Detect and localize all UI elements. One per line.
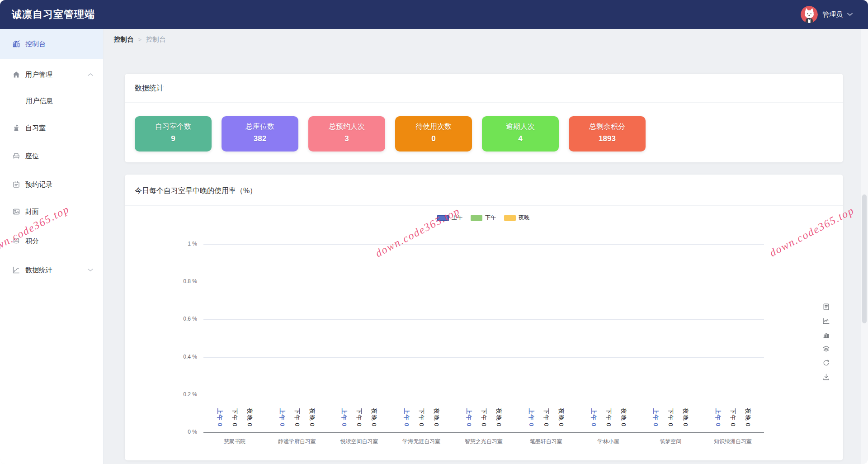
sidebar-item-label: 自习室 <box>25 124 46 133</box>
sidebar-item-user-info[interactable]: 用户信息 <box>0 93 103 109</box>
sidebar-item-study-room[interactable]: 自习室 <box>0 120 103 136</box>
user-menu[interactable]: 管理员 <box>801 0 853 29</box>
gridline <box>203 357 764 358</box>
sidebar-item-label: 座位 <box>25 152 39 161</box>
legend-label: 夜晚 <box>519 214 529 222</box>
coins-icon <box>12 237 20 245</box>
seat-icon <box>12 152 20 160</box>
bar-value-label: 夜晚 0 <box>619 408 627 427</box>
bar-value-label: 夜晚 0 <box>681 408 689 427</box>
legend-item-上午[interactable]: 上午 <box>437 214 462 222</box>
restore-icon[interactable] <box>822 359 830 367</box>
sidebar-item-label: 封面 <box>25 208 39 216</box>
stat-card-seats: 总座位数 382 <box>222 116 298 152</box>
line-chart-icon[interactable] <box>822 317 830 325</box>
stat-label: 总预约人次 <box>308 122 385 132</box>
sidebar-item-reservations[interactable]: 预约记录 <box>0 177 103 192</box>
line-chart-icon <box>12 266 20 274</box>
home-icon <box>12 71 20 79</box>
stat-card-rooms: 自习室个数 9 <box>135 116 212 152</box>
stat-value: 4 <box>482 134 559 143</box>
bar-value-label: 下午 0 <box>729 408 737 427</box>
bar-value-label: 夜晚 0 <box>245 408 254 427</box>
sidebar-item-label: 用户信息 <box>26 97 53 105</box>
x-category-label: 学海无涯自习室 <box>385 438 458 445</box>
sidebar-item-points[interactable]: 积分 <box>0 233 103 249</box>
sidebar-item-label: 积分 <box>25 237 39 246</box>
dashboard-chart-icon <box>12 40 20 48</box>
stat-value: 9 <box>135 134 212 143</box>
breadcrumb-root[interactable]: 控制台 <box>114 35 134 44</box>
gridline <box>203 282 764 282</box>
y-axis-tick-label: 0.2 % <box>171 391 197 398</box>
chevron-down-icon <box>847 13 853 16</box>
user-name: 管理员 <box>822 10 843 19</box>
stat-label: 总剩余积分 <box>569 122 646 132</box>
sidebar-item-statistics[interactable]: 数据统计 <box>0 262 103 278</box>
image-icon <box>12 208 20 216</box>
sidebar: 控制台 用户管理 用户信息 自习室 <box>0 29 104 464</box>
x-axis-line <box>203 432 764 433</box>
stat-label: 待使用次数 <box>395 122 472 132</box>
stat-value: 1893 <box>569 134 646 143</box>
x-category-label: 学林小屋 <box>572 438 645 445</box>
bar-value-label: 上午 0 <box>590 408 598 427</box>
legend-swatch <box>504 215 516 221</box>
x-category-label: 静谧学府自习室 <box>261 438 333 445</box>
bar-value-label: 上午 0 <box>465 408 473 427</box>
top-header: 诚凛自习室管理端 <box>0 0 868 29</box>
stat-label: 自习室个数 <box>135 122 212 132</box>
usage-bar-chart: 上午下午夜晚 1 <box>125 175 843 460</box>
download-icon[interactable] <box>822 373 830 381</box>
stat-card-pending: 待使用次数 0 <box>395 116 472 152</box>
breadcrumb-separator: > <box>138 36 142 43</box>
bar-value-label: 下午 0 <box>666 408 675 427</box>
bar-value-label: 上午 0 <box>278 408 286 427</box>
app-window: 诚凛自习室管理端 <box>0 0 868 464</box>
bar-chart-icon[interactable] <box>822 331 830 339</box>
x-category-label: 筑梦空间 <box>634 438 707 445</box>
stats-panel-title: 数据统计 <box>135 84 164 93</box>
y-axis-tick-label: 0.4 % <box>171 354 197 360</box>
bar-value-label: 下午 0 <box>542 408 550 427</box>
sidebar-item-label: 控制台 <box>25 40 46 48</box>
y-axis-tick-label: 0 % <box>171 429 197 435</box>
bar-value-label: 上午 0 <box>402 408 410 427</box>
legend-item-下午[interactable]: 下午 <box>471 214 496 222</box>
bar-value-label: 夜晚 0 <box>495 408 503 427</box>
gridline <box>203 244 764 245</box>
sidebar-item-label: 预约记录 <box>25 180 52 189</box>
y-axis-tick-label: 1 % <box>171 241 197 247</box>
legend-swatch <box>471 215 482 221</box>
y-axis-tick-label: 0.6 % <box>171 316 197 322</box>
bar-value-label: 上午 0 <box>527 408 535 427</box>
bar-value-label: 夜晚 0 <box>370 408 378 427</box>
stack-icon[interactable] <box>822 345 830 353</box>
calendar-icon <box>12 180 20 189</box>
stat-label: 总座位数 <box>222 122 298 132</box>
bar-value-label: 下午 0 <box>480 408 488 427</box>
data-view-icon[interactable] <box>822 303 830 311</box>
lectern-icon <box>12 124 20 132</box>
breadcrumb-current: 控制台 <box>146 35 166 44</box>
bar-value-label: 下午 0 <box>417 408 425 427</box>
sidebar-item-seat[interactable]: 座位 <box>0 148 103 164</box>
breadcrumb: 控制台 > 控制台 <box>114 35 166 44</box>
sidebar-item-user-management[interactable]: 用户管理 <box>0 67 103 82</box>
bar-value-label: 上午 0 <box>340 408 348 427</box>
sidebar-item-cover[interactable]: 封面 <box>0 204 103 219</box>
x-category-label: 笔墨轩自习室 <box>510 438 582 445</box>
legend-item-夜晚[interactable]: 夜晚 <box>504 214 529 222</box>
stat-label: 逾期人次 <box>482 122 559 132</box>
bar-value-label: 夜晚 0 <box>744 408 752 427</box>
bar-value-label: 下午 0 <box>293 408 301 427</box>
legend-label: 下午 <box>485 214 496 222</box>
stat-card-row: 自习室个数 9 总座位数 382 总预约人次 3 待使用次数 0 逾期人次 4 … <box>135 116 646 152</box>
scrollbar-thumb[interactable] <box>862 194 867 323</box>
sidebar-item-label: 用户管理 <box>25 71 52 79</box>
avatar[interactable] <box>801 6 818 23</box>
bar-value-label: 上午 0 <box>651 408 660 427</box>
x-category-label: 慧聚书院 <box>198 438 271 445</box>
sidebar-item-dashboard[interactable]: 控制台 <box>0 29 103 59</box>
stat-card-points: 总剩余积分 1893 <box>569 116 646 152</box>
